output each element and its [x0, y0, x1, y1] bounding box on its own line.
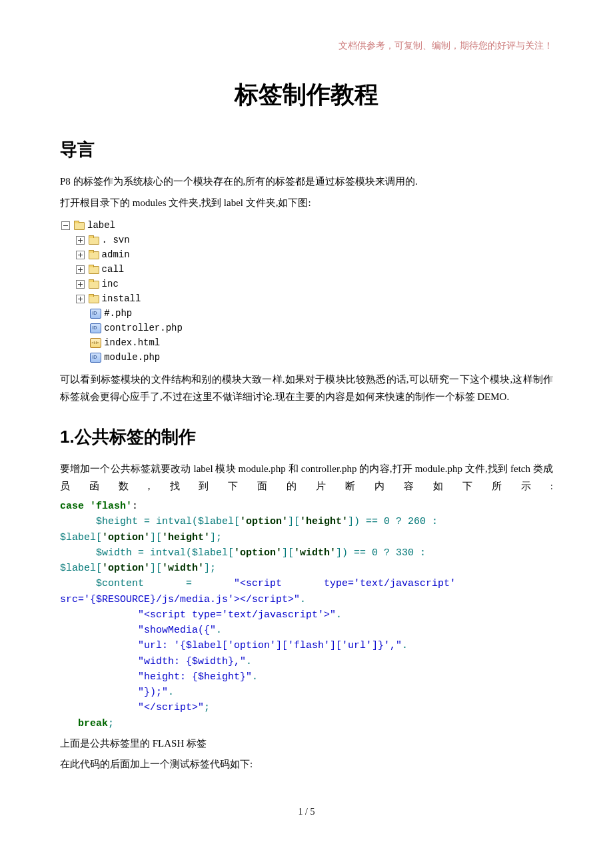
- code-line: ]) == 0 ? 330 :: [336, 547, 426, 559]
- code-punct: ][: [282, 547, 294, 559]
- tree-label: install: [102, 292, 141, 306]
- after-code-p2: 在此代码的后面加上一个测试标签代码如下:: [60, 756, 553, 773]
- folder-open-icon: [89, 250, 99, 259]
- code-line: $height = intval($label[: [60, 516, 240, 527]
- code-punct: .: [336, 609, 342, 621]
- section-1-paragraph-1: 要增加一个公共标签就要改动 label 模块 module.php 和 cont…: [60, 461, 553, 495]
- php-file-icon: [90, 309, 101, 319]
- code-string: src='{$RESOURCE}/js/media.js'></script>": [60, 594, 300, 605]
- code-line: $width = intval($label[: [60, 547, 234, 559]
- code-string: 'height': [300, 516, 348, 527]
- code-line: $label[: [60, 563, 102, 574]
- code-string: 'option': [234, 547, 282, 559]
- tree-folder: install: [60, 291, 553, 306]
- code-line: ];: [204, 563, 216, 574]
- expand-icon: [76, 251, 85, 259]
- code-punct: ][: [150, 532, 162, 543]
- code-string: "url: '{$label['option']['flash']['url']…: [60, 640, 402, 651]
- code-punct: .: [252, 671, 258, 683]
- tree-file: #.php: [60, 306, 553, 321]
- section-intro-heading: 导言: [60, 138, 553, 161]
- document-page: 文档供参考，可复制、编制，期待您的好评与关注！ 标签制作教程 导言 P8 的标签…: [0, 0, 613, 844]
- tree-file: index.html: [60, 335, 553, 350]
- tree-folder: call: [60, 262, 553, 277]
- folder-open-icon: [89, 265, 99, 274]
- section-title-text: 公共标签的制作: [75, 427, 196, 447]
- intro-paragraph-3: 可以看到标签模块的文件结构和别的模块大致一样.如果对于模块比较熟悉的话,可以研究…: [60, 371, 553, 405]
- code-keyword: break: [60, 718, 108, 729]
- tree-label: module.php: [104, 351, 160, 365]
- code-string: 'option': [102, 532, 150, 543]
- code-punct: .: [300, 594, 306, 605]
- tree-file: module.php: [60, 350, 553, 365]
- intro-paragraph-2: 打开根目录下的 modules 文件夹,找到 label 文件夹,如下图:: [60, 195, 553, 212]
- code-string: 'width': [294, 547, 336, 559]
- tree-folder: . svn: [60, 233, 553, 247]
- php-file-icon: [90, 353, 101, 363]
- tree-label: #.php: [104, 307, 132, 321]
- code-string: 'height': [162, 532, 210, 543]
- code-punct: ;: [108, 718, 114, 729]
- code-string: 'option': [102, 563, 150, 574]
- code-keyword: case: [60, 501, 90, 512]
- tree-folder: inc: [60, 277, 553, 291]
- code-string: "<script type='text/javascript': [234, 578, 456, 589]
- intro-paragraph-1: P8 的标签作为系统核心的一个模块存在的,所有的标签都是通过标签模块来调用的.: [60, 173, 553, 191]
- tree-root: label: [60, 218, 553, 233]
- code-punct: ;: [204, 702, 210, 713]
- code-string: "showMedia({": [60, 625, 216, 636]
- code-string: "<script type='text/javascript'>": [60, 609, 336, 621]
- php-file-icon: [90, 323, 101, 333]
- code-punct: :: [132, 501, 138, 512]
- code-string: 'width': [162, 563, 204, 574]
- code-line: $label[: [60, 532, 102, 543]
- code-punct: ][: [288, 516, 300, 527]
- html-file-icon: [90, 338, 101, 348]
- code-block: case 'flash': $height = intval($label['o…: [60, 499, 553, 731]
- tree-label: admin: [102, 248, 130, 262]
- file-tree: label . svn admin call inc: [60, 218, 553, 365]
- tree-label: index.html: [104, 336, 160, 350]
- folder-open-icon: [74, 221, 85, 230]
- expand-icon: [76, 280, 85, 289]
- header-note: 文档供参考，可复制、编制，期待您的好评与关注！: [60, 40, 553, 52]
- tree-label: inc: [102, 277, 119, 291]
- code-string: "});": [60, 687, 168, 698]
- code-line: ]) == 0 ? 260 :: [348, 516, 438, 527]
- code-string: 'option': [240, 516, 288, 527]
- code-punct: .: [246, 656, 252, 667]
- code-string: "height: {$height}": [60, 671, 252, 683]
- code-punct: ][: [150, 563, 162, 574]
- expand-icon: [76, 265, 85, 274]
- page-number: 1 / 5: [60, 807, 553, 817]
- code-string: "</script>": [60, 702, 204, 713]
- code-line: ];: [210, 532, 222, 543]
- tree-label: controller.php: [104, 321, 183, 335]
- section-number: 1.: [60, 427, 75, 447]
- tree-label: . svn: [102, 233, 130, 247]
- code-string: "width: {$width},": [60, 656, 246, 667]
- tree-label: label: [87, 219, 115, 233]
- doc-title: 标签制作教程: [60, 79, 553, 111]
- tree-file: controller.php: [60, 321, 553, 335]
- code-punct: .: [168, 687, 174, 698]
- section-1-heading: 1.公共标签的制作: [60, 425, 553, 449]
- tree-folder: admin: [60, 247, 553, 262]
- tree-label: call: [102, 263, 125, 277]
- code-punct: .: [216, 625, 222, 636]
- code-line: $content =: [60, 578, 234, 589]
- code-string: 'flash': [90, 501, 132, 512]
- collapse-icon: [61, 221, 70, 230]
- code-punct: .: [402, 640, 408, 651]
- folder-open-icon: [89, 235, 99, 245]
- expand-icon: [76, 295, 85, 303]
- expand-icon: [76, 236, 85, 245]
- after-code-p1: 上面是公共标签里的 FLASH 标签: [60, 735, 553, 753]
- folder-open-icon: [89, 294, 99, 303]
- folder-open-icon: [89, 279, 99, 289]
